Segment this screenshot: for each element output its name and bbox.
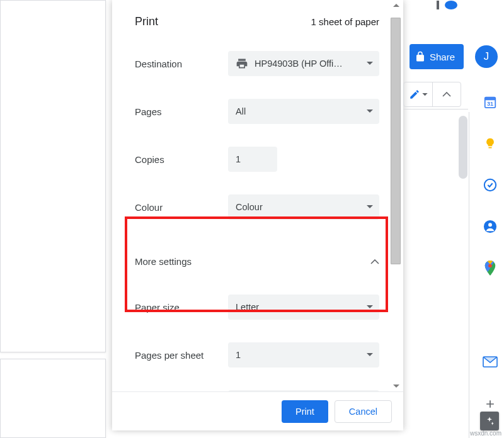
calendar-icon[interactable]: 31: [483, 94, 498, 110]
tasks-icon[interactable]: [483, 177, 498, 193]
doc-scrollbar-thumb[interactable]: [459, 116, 467, 179]
paper-size-dropdown[interactable]: Letter: [228, 295, 379, 320]
sheet-count: 1 sheet of paper: [311, 16, 379, 27]
scroll-down-icon[interactable]: [391, 382, 401, 391]
dialog-title: Print: [135, 15, 158, 28]
more-settings-label: More settings: [135, 256, 192, 267]
svg-point-6: [488, 264, 492, 267]
more-settings-expander[interactable]: More settings: [135, 242, 379, 281]
toolbar-divider: [403, 109, 468, 110]
side-panel-divider: [469, 112, 469, 438]
destination-value: HP94903B (HP OfficeJ: [255, 59, 343, 69]
print-dialog: Print 1 sheet of paper Destination HP949…: [112, 0, 403, 430]
dialog-footer: Print Cancel: [112, 391, 403, 430]
caret-down-icon: [422, 93, 428, 96]
colour-dropdown[interactable]: Colour: [228, 194, 379, 220]
paper-size-value: Letter: [236, 302, 259, 312]
dialog-scrollbar-thumb[interactable]: [391, 18, 401, 264]
caret-down-icon: [367, 353, 373, 357]
print-button[interactable]: Print: [282, 400, 328, 423]
contacts-icon[interactable]: [483, 219, 498, 234]
lock-icon: [415, 51, 426, 62]
cancel-button[interactable]: Cancel: [335, 400, 392, 423]
chevron-up-icon: [442, 92, 451, 97]
account-avatar-fragment: [445, 1, 457, 9]
pages-per-sheet-label: Pages per sheet: [135, 350, 228, 361]
dialog-scrollbar-track[interactable]: [391, 9, 402, 383]
copies-label: Copies: [135, 154, 228, 165]
share-label: Share: [430, 52, 455, 62]
colour-label: Colour: [135, 202, 228, 213]
sparkle-icon: [484, 416, 495, 426]
margins-dropdown[interactable]: Default: [228, 390, 379, 391]
colour-value: Colour: [236, 202, 263, 212]
paper-size-label: Paper size: [135, 302, 228, 313]
account-avatar[interactable]: J: [475, 45, 498, 68]
mail-icon[interactable]: [483, 355, 498, 370]
pages-per-sheet-dropdown[interactable]: 1: [228, 342, 379, 368]
caret-down-icon: [367, 205, 373, 209]
caret-down-icon: [367, 62, 373, 65]
destination-dropdown[interactable]: HP94903B (HP OfficeJ: [228, 51, 379, 76]
side-rail: 31: [478, 94, 503, 412]
print-preview-page: [0, 0, 106, 352]
pages-label: Pages: [135, 106, 228, 117]
destination-label: Destination: [135, 59, 228, 69]
toolbar-fragment: [437, 1, 439, 9]
svg-rect-1: [485, 98, 496, 101]
scroll-up-icon[interactable]: [391, 1, 401, 9]
svg-point-5: [488, 223, 492, 227]
editing-mode-toggle[interactable]: [403, 82, 461, 107]
explore-button[interactable]: [480, 412, 499, 430]
share-button[interactable]: Share: [410, 44, 464, 69]
chevron-up-icon: [370, 259, 379, 264]
add-icon[interactable]: [483, 396, 498, 412]
maps-icon[interactable]: [483, 261, 498, 276]
print-dialog-body: Print 1 sheet of paper Destination HP949…: [112, 0, 403, 391]
pages-dropdown[interactable]: All: [228, 99, 379, 124]
printer-icon: [236, 57, 248, 70]
caret-down-icon: [367, 110, 373, 113]
pages-per-sheet-value: 1: [236, 350, 241, 360]
svg-text:31: 31: [487, 101, 493, 107]
pencil-icon: [409, 89, 420, 100]
print-preview-page-partial: [0, 359, 106, 438]
svg-point-3: [484, 179, 496, 191]
copies-input[interactable]: [228, 147, 277, 172]
watermark: wsxdn.com: [470, 430, 501, 437]
caret-down-icon: [367, 305, 373, 309]
pages-value: All: [236, 106, 246, 116]
keep-icon[interactable]: [483, 136, 498, 151]
